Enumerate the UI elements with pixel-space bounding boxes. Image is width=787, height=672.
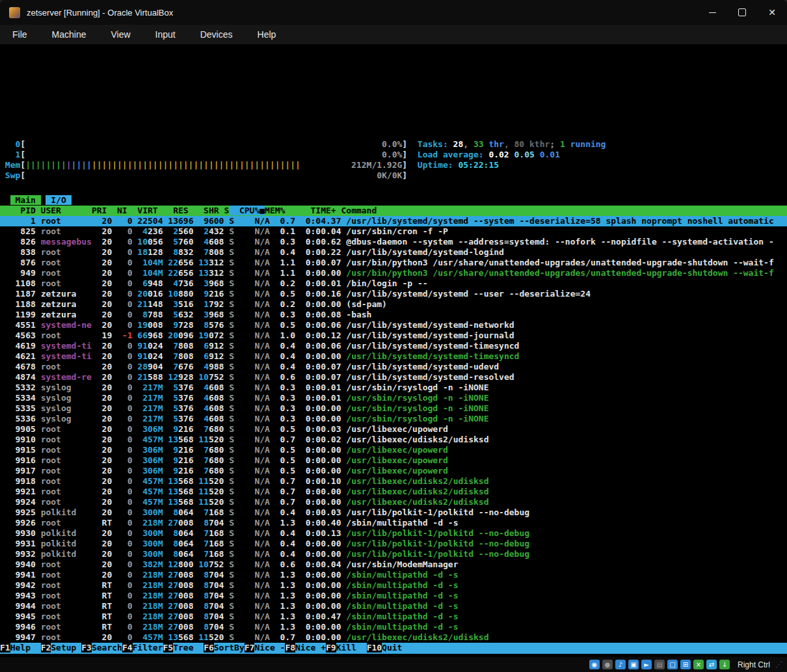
process-row-9915[interactable]: 9915 root 20 0 306M 9216 7680 S N/A 0.5 … bbox=[0, 445, 787, 455]
updates-icon[interactable]: ↓ bbox=[719, 660, 730, 669]
process-row-9945[interactable]: 9945 root RT 0 218M 27008 8704 S N/A 1.3… bbox=[0, 612, 787, 622]
process-row-5336[interactable]: 5336 syslog 20 0 217M 5376 4608 S N/A 0.… bbox=[0, 414, 787, 424]
process-row-4678[interactable]: 4678 root 20 0 28904 7676 4988 S N/A 0.4… bbox=[0, 362, 787, 372]
process-row-1199[interactable]: 1199 zetzura 20 0 8788 5632 3968 S N/A 0… bbox=[0, 310, 787, 320]
resize-grip[interactable]: ⋰ bbox=[775, 660, 783, 669]
mem-meter: Mem[||||||||||||||||||||||||||||||||||||… bbox=[0, 160, 787, 170]
process-row-9930[interactable]: 9930 polkitd 20 0 300M 8064 7168 S N/A 0… bbox=[0, 528, 787, 539]
optical-disk-icon[interactable]: ● bbox=[602, 660, 613, 669]
col-header-user[interactable]: USER bbox=[36, 206, 87, 215]
process-row-4621[interactable]: 4621 systemd-ti 20 0 91024 7808 6912 S N… bbox=[0, 351, 787, 362]
process-row-949[interactable]: 949 root 20 0 104M 22656 13312 S N/A 1.1… bbox=[0, 268, 787, 278]
process-row-9924[interactable]: 9924 root 20 0 457M 13568 11520 S N/A 0.… bbox=[0, 497, 787, 507]
col-header-cpu[interactable]: CPU%■ bbox=[229, 206, 265, 215]
process-row-5334[interactable]: 5334 syslog 20 0 217M 5376 4608 S N/A 0.… bbox=[0, 393, 787, 403]
table-header: PID USER PRI NI VIRT RES SHR S CPU%■MEM%… bbox=[0, 206, 787, 216]
harddisk-icon[interactable]: ◉ bbox=[589, 660, 600, 669]
host-key-label: Right Ctrl bbox=[738, 660, 770, 669]
virtualbox-window: zetserver [Running] - Oracle VirtualBox … bbox=[0, 0, 787, 672]
process-row-4874[interactable]: 4874 systemd-re 20 0 21588 12928 10752 S… bbox=[0, 372, 787, 383]
process-row-9921[interactable]: 9921 root 20 0 457M 13568 11520 S N/A 0.… bbox=[0, 487, 787, 497]
features-icon[interactable]: × bbox=[693, 660, 704, 669]
virtualbox-app-icon bbox=[9, 7, 20, 18]
network-icon[interactable]: ▣ bbox=[628, 660, 639, 669]
process-row-5332[interactable]: 5332 syslog 20 0 217M 5376 4608 S N/A 0.… bbox=[0, 383, 787, 393]
process-row-826[interactable]: 826 messagebus 20 0 10056 5760 4608 S N/… bbox=[0, 237, 787, 247]
minimize-icon bbox=[709, 12, 716, 13]
process-row-9941[interactable]: 9941 root 20 0 218M 27008 8704 S N/A 1.3… bbox=[0, 570, 787, 580]
htop-terminal: 0[ 0.0%] Tasks: 28, 33 thr, 80 kthr; 1 r… bbox=[0, 139, 787, 654]
vm-status-bar: ◉●♪▣►▤□⊞×⇄↓Right Ctrl⋰ bbox=[0, 657, 787, 672]
process-row-9932[interactable]: 9932 polkitd 20 0 300M 8064 7168 S N/A 0… bbox=[0, 549, 787, 559]
col-header-s[interactable]: S bbox=[219, 206, 230, 215]
tab-main[interactable]: Main bbox=[10, 195, 41, 205]
col-header-shr[interactable]: SHR bbox=[189, 206, 219, 215]
process-row-1188[interactable]: 1188 zetzura 20 0 21148 3516 1792 S N/A … bbox=[0, 299, 787, 310]
process-row-9918[interactable]: 9918 root 20 0 457M 13568 11520 S N/A 0.… bbox=[0, 476, 787, 487]
col-header-res[interactable]: RES bbox=[158, 206, 189, 215]
process-row-9944[interactable]: 9944 root RT 0 218M 27008 8704 S N/A 1.3… bbox=[0, 601, 787, 612]
tab-io[interactable]: I/O bbox=[46, 195, 71, 205]
process-row-9926[interactable]: 9926 root RT 0 218M 27008 8704 S N/A 1.3… bbox=[0, 518, 787, 528]
minimize-button[interactable] bbox=[697, 0, 727, 25]
process-row-825[interactable]: 825 root 20 0 4236 2560 2432 S N/A 0.1 0… bbox=[0, 226, 787, 237]
fnkey-f10[interactable]: F10Quit bbox=[367, 643, 412, 652]
mouse-integration-icon[interactable]: ⇄ bbox=[706, 660, 717, 669]
process-row-9917[interactable]: 9917 root 20 0 306M 9216 7680 S N/A 0.5 … bbox=[0, 466, 787, 476]
menu-machine[interactable]: Machine bbox=[40, 27, 99, 42]
process-row-9942[interactable]: 9942 root RT 0 218M 27008 8704 S N/A 1.3… bbox=[0, 580, 787, 591]
fnkey-f1[interactable]: F1Help bbox=[0, 643, 41, 652]
fnkey-f9[interactable]: F9Kill bbox=[326, 643, 367, 652]
cpu0-meter: 0[ 0.0%] Tasks: 28, 33 thr, 80 kthr; 1 r… bbox=[0, 139, 787, 150]
col-header-mem[interactable]: MEM% bbox=[265, 206, 290, 215]
fnkey-f5[interactable]: F5Tree bbox=[163, 643, 204, 652]
process-row-4551[interactable]: 4551 systemd-ne 20 0 19008 9728 8576 S N… bbox=[0, 320, 787, 330]
menu-file[interactable]: File bbox=[0, 27, 40, 42]
process-row-876[interactable]: 876 root 20 0 104M 22656 13312 S N/A 1.1… bbox=[0, 258, 787, 268]
fnkey-f3[interactable]: F3Search bbox=[81, 643, 122, 652]
col-header-command[interactable]: Command bbox=[336, 206, 377, 215]
process-row-1187[interactable]: 1187 zetzura 20 0 20016 10880 9216 S N/A… bbox=[0, 289, 787, 299]
process-row-9931[interactable]: 9931 polkitd 20 0 300M 8064 7168 S N/A 0… bbox=[0, 539, 787, 549]
fnkey-f2[interactable]: F2Setup bbox=[41, 643, 82, 652]
process-row-838[interactable]: 838 root 20 0 18128 8832 7808 S N/A 0.4 … bbox=[0, 247, 787, 258]
fnkey-f8[interactable]: F8Nice + bbox=[285, 643, 326, 652]
process-row-1[interactable]: 1 root 20 0 22504 13696 9600 S N/A 0.7 0… bbox=[0, 216, 787, 226]
process-row-9916[interactable]: 9916 root 20 0 306M 9216 7680 S N/A 0.5 … bbox=[0, 455, 787, 466]
shared-folders-icon[interactable]: ▤ bbox=[654, 660, 665, 669]
col-header-time[interactable]: TIME+ bbox=[290, 206, 336, 215]
fnkey-f6[interactable]: F6SortBy bbox=[204, 643, 245, 652]
audio-icon[interactable]: ♪ bbox=[615, 660, 626, 669]
menu-devices[interactable]: Devices bbox=[188, 27, 245, 42]
col-header-pri[interactable]: PRI bbox=[87, 206, 107, 215]
col-header-virt[interactable]: VIRT bbox=[127, 206, 158, 215]
col-header-ni[interactable]: NI bbox=[107, 206, 127, 215]
process-row-5335[interactable]: 5335 syslog 20 0 217M 5376 4608 S N/A 0.… bbox=[0, 403, 787, 414]
col-header-pid[interactable]: PID bbox=[0, 206, 36, 215]
process-row-9925[interactable]: 9925 polkitd 20 0 300M 8064 7168 S N/A 0… bbox=[0, 507, 787, 518]
vm-screen: 0[ 0.0%] Tasks: 28, 33 thr, 80 kthr; 1 r… bbox=[0, 44, 787, 657]
process-row-9940[interactable]: 9940 root 20 0 382M 12800 10752 S N/A 0.… bbox=[0, 559, 787, 570]
maximize-button[interactable] bbox=[727, 0, 757, 25]
process-row-9947[interactable]: 9947 root 20 0 457M 13568 11520 S N/A 0.… bbox=[0, 632, 787, 643]
usb-icon[interactable]: ► bbox=[641, 660, 652, 669]
process-row-4619[interactable]: 4619 systemd-ti 20 0 91024 7808 6912 S N… bbox=[0, 341, 787, 351]
process-row-1108[interactable]: 1108 root 20 0 6948 4736 3968 S N/A 0.2 … bbox=[0, 278, 787, 289]
window-controls: ✕ bbox=[697, 0, 787, 25]
menu-bar: FileMachineViewInputDevicesHelp bbox=[0, 25, 787, 44]
menu-help[interactable]: Help bbox=[245, 27, 289, 42]
process-row-4563[interactable]: 4563 root 19 -1 66968 20096 19072 S N/A … bbox=[0, 330, 787, 341]
menu-input[interactable]: Input bbox=[143, 27, 188, 42]
close-button[interactable]: ✕ bbox=[757, 0, 787, 25]
menu-view[interactable]: View bbox=[98, 27, 142, 42]
swp-meter: Swp[ 0K/0K] bbox=[0, 170, 787, 181]
process-row-9910[interactable]: 9910 root 20 0 457M 13568 11520 S N/A 0.… bbox=[0, 435, 787, 445]
process-row-9946[interactable]: 9946 root RT 0 218M 27008 8704 S N/A 1.3… bbox=[0, 622, 787, 632]
fnkey-f4[interactable]: F4Filter bbox=[122, 643, 163, 652]
window-title: zetserver [Running] - Oracle VirtualBox bbox=[27, 8, 173, 18]
fnkey-f7[interactable]: F7Nice - bbox=[245, 643, 286, 652]
process-row-9905[interactable]: 9905 root 20 0 306M 9216 7680 S N/A 0.5 … bbox=[0, 424, 787, 435]
process-row-9943[interactable]: 9943 root RT 0 218M 27008 8704 S N/A 1.3… bbox=[0, 591, 787, 601]
display-icon[interactable]: □ bbox=[667, 660, 678, 669]
recording-icon[interactable]: ⊞ bbox=[680, 660, 691, 669]
